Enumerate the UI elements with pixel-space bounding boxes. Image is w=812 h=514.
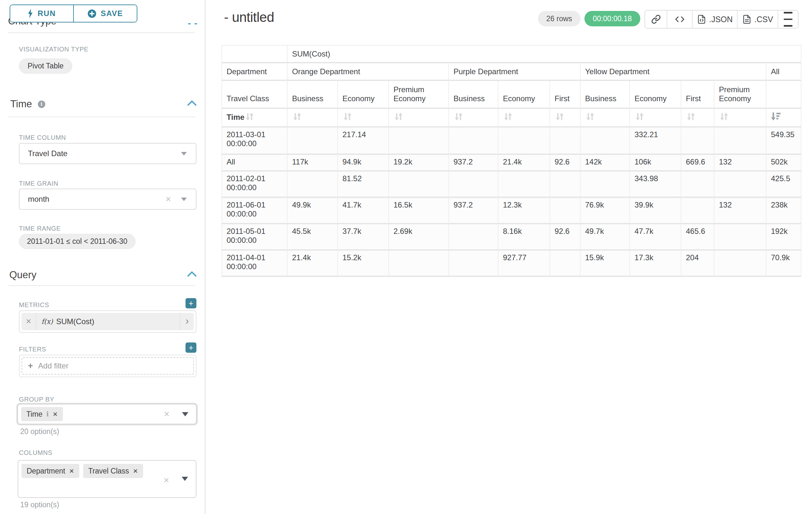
plus-icon: + <box>28 361 33 371</box>
row-dim-department: Department <box>222 63 288 81</box>
query-timer-badge: 00:00:00.18 <box>584 11 640 26</box>
column-header: First <box>550 81 581 109</box>
add-filter-plus-button[interactable]: + <box>185 343 196 353</box>
time-grain-value: month <box>28 195 50 204</box>
clear-icon[interactable]: ✕ <box>163 476 170 485</box>
embed-code-button[interactable] <box>667 10 692 28</box>
remove-metric-icon[interactable]: ✕ <box>22 313 36 330</box>
pivot-cell: 343.98 <box>630 171 682 198</box>
filters-label: FILTERS <box>19 346 46 353</box>
selected-option-chip: Travel Class✕ <box>83 464 143 478</box>
sort-toggle[interactable] <box>389 109 449 128</box>
sort-updown-icon <box>454 111 464 122</box>
chip-label: Time <box>26 410 42 418</box>
filters-box: + Add filter <box>19 355 196 377</box>
info-icon[interactable]: i <box>38 101 45 108</box>
time-row-label: Time <box>227 111 244 122</box>
sort-updown-icon <box>292 111 302 122</box>
pivot-cell <box>389 250 449 277</box>
sort-toggle[interactable] <box>338 109 389 128</box>
columns-options-hint: 19 option(s) <box>20 501 59 509</box>
pivot-cell <box>550 198 581 224</box>
sort-toggle[interactable] <box>581 109 630 128</box>
chart-type-chevron-fragment <box>195 23 197 24</box>
sort-header-all[interactable] <box>766 109 802 128</box>
sort-toggle[interactable] <box>288 109 338 128</box>
collapse-chevron-icon[interactable] <box>187 100 197 106</box>
chart-title[interactable]: - untitled <box>224 10 274 25</box>
metric-header-row: SUM(Cost) <box>222 45 802 63</box>
time-range-pill[interactable]: 2011-01-01 ≤ col < 2011-06-30 <box>19 234 136 249</box>
export-json-button[interactable]: .JSON <box>692 10 737 28</box>
sort-toggle[interactable] <box>715 109 766 128</box>
column-header: Economy <box>630 81 682 109</box>
remove-chip-icon[interactable]: ✕ <box>133 467 138 475</box>
columns-select[interactable]: Department✕Travel Class✕ ✕ <box>18 460 196 498</box>
chevron-down-icon <box>182 412 188 416</box>
open-metric-icon[interactable]: › <box>180 313 194 330</box>
visualization-type-pill[interactable]: Pivot Table <box>19 58 72 74</box>
plus-circle-icon <box>88 9 96 18</box>
sort-toggle[interactable] <box>682 109 715 128</box>
pivot-cell <box>389 128 449 155</box>
pivot-cell: 217.14 <box>338 128 389 155</box>
pivot-cell: 937.2 <box>449 155 498 171</box>
pivot-cell: 502k <box>766 155 802 171</box>
query-section-header: Query <box>9 269 36 281</box>
time-grain-select[interactable]: month ✕ <box>19 189 196 210</box>
time-column-select[interactable]: Travel Date <box>19 143 196 164</box>
group-header-purple: Purple Department <box>449 63 581 81</box>
panel-divider[interactable] <box>205 0 205 514</box>
time-range-label: TIME RANGE <box>19 225 61 232</box>
export-csv-button[interactable]: .CSV <box>737 10 778 28</box>
pivot-cell <box>389 171 449 198</box>
sort-toggle[interactable] <box>550 109 581 128</box>
export-toolbar: .JSON .CSV <box>644 10 799 29</box>
pivot-cell <box>449 224 498 250</box>
row-count-badge: 26 rows <box>538 11 581 26</box>
json-label: .JSON <box>709 15 733 24</box>
menu-button[interactable] <box>778 10 798 28</box>
json-file-icon <box>697 14 706 24</box>
add-filter-button[interactable]: + Add filter <box>22 357 194 375</box>
table-row: 2011-04-01 00:00:0021.4k15.2k927.7715.9k… <box>222 250 802 277</box>
sort-updown-icon <box>585 111 596 122</box>
clear-icon[interactable]: ✕ <box>165 195 171 204</box>
share-link-button[interactable] <box>645 10 667 28</box>
collapse-chevron-icon[interactable] <box>187 271 197 277</box>
metrics-label: METRICS <box>19 301 49 309</box>
time-section-header: Time i <box>10 98 45 110</box>
group-by-select[interactable]: Timei✕ ✕ <box>18 404 196 424</box>
sort-toggle[interactable] <box>630 109 682 128</box>
selected-option-chip: Department✕ <box>22 464 79 478</box>
pivot-cell: 465.6 <box>682 224 715 250</box>
pivot-cell: 2.69k <box>389 224 449 250</box>
sort-header-time[interactable]: Time <box>222 109 288 128</box>
query-section-title: Query <box>9 269 36 281</box>
remove-chip-icon[interactable]: ✕ <box>53 410 58 418</box>
sort-toggle[interactable] <box>449 109 498 128</box>
travel-class-header-row: Travel Class BusinessEconomyPremium Econ… <box>222 81 802 109</box>
clear-icon[interactable]: ✕ <box>164 410 170 418</box>
info-icon[interactable]: i <box>46 410 49 418</box>
pivot-cell: 12.3k <box>498 198 550 224</box>
remove-chip-icon[interactable]: ✕ <box>69 467 74 475</box>
save-button[interactable]: SAVE <box>73 5 137 22</box>
pivot-cell <box>682 198 715 224</box>
table-row: 2011-02-01 00:00:0081.52343.98425.5 <box>222 171 802 198</box>
column-header: Business <box>581 81 630 109</box>
pivot-table: SUM(Cost) Department Orange Department P… <box>222 45 802 277</box>
pivot-cell <box>550 171 581 198</box>
pivot-cell <box>581 128 630 155</box>
pivot-cell <box>550 128 581 155</box>
add-filter-label: Add filter <box>38 361 69 371</box>
pivot-cell <box>288 171 338 198</box>
sort-toggle[interactable] <box>498 109 550 128</box>
pivot-cell <box>288 128 338 155</box>
column-header-all-empty <box>766 81 802 109</box>
add-metric-button[interactable]: + <box>185 298 196 308</box>
run-button[interactable]: RUN <box>10 5 73 22</box>
divider <box>8 117 195 117</box>
department-header-row: Department Orange Department Purple Depa… <box>222 63 802 81</box>
metric-chip[interactable]: ✕ f(x) SUM(Cost) › <box>22 313 194 330</box>
